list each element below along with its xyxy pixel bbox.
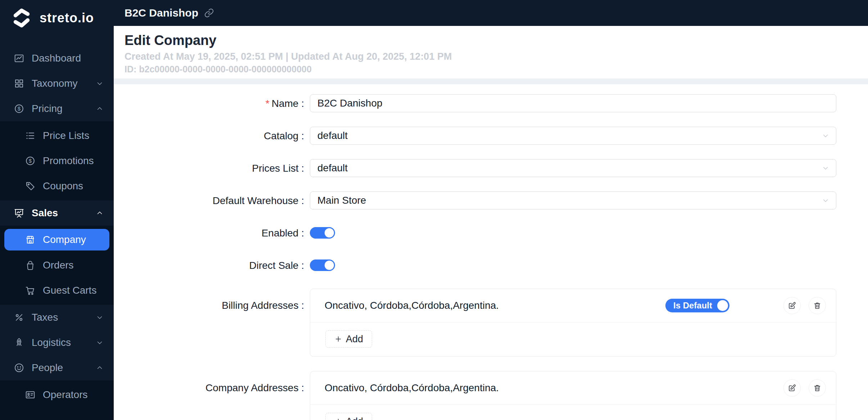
- company-address-row: Oncativo, Córdoba,Córdoba,Argentina.: [310, 371, 836, 405]
- form-row-billing-addresses: Billing Addresses : Oncativo, Córdoba,Có…: [114, 289, 868, 357]
- sidebar-item-promotions[interactable]: $ Promotions: [0, 148, 114, 173]
- chevron-down-icon: [822, 197, 829, 204]
- switch-knob: [325, 228, 334, 238]
- chevron-down-icon: [96, 313, 104, 321]
- add-billing-address-button[interactable]: Add: [325, 330, 372, 348]
- trash-icon: [813, 301, 822, 310]
- plus-icon: [334, 335, 342, 343]
- price-lists-icon: [24, 130, 36, 141]
- svg-text:$: $: [18, 105, 21, 112]
- logo[interactable]: streto.io: [0, 0, 114, 36]
- direct-sale-switch[interactable]: [310, 259, 335, 271]
- pricing-icon: $: [13, 103, 25, 114]
- sidebar-item-guest-carts[interactable]: Guest Carts: [0, 278, 114, 303]
- switch-knob: [717, 300, 728, 311]
- sidebar-item-label: Taxonomy: [32, 78, 78, 89]
- sidebar-item-orders[interactable]: Orders: [0, 253, 114, 278]
- guest-carts-icon: [24, 285, 36, 296]
- sidebar-item-price-lists[interactable]: Price Lists: [0, 123, 114, 148]
- form-row-direct-sale: Direct Sale :: [114, 256, 868, 274]
- default-warehouse-select-value: Main Store: [317, 195, 366, 206]
- chevron-down-icon: [822, 132, 829, 140]
- edit-company-form: *Name : Catalog : default: [114, 84, 868, 420]
- sidebar-item-label: Price Lists: [43, 130, 89, 141]
- sidebar-item-label: Company: [43, 234, 86, 245]
- sidebar-item-label: Guest Carts: [43, 285, 96, 296]
- sidebar: streto.io Dashboard Taxonomy: [0, 0, 114, 420]
- required-mark: *: [266, 98, 270, 109]
- dashboard-icon: [13, 53, 25, 64]
- sidebar-item-operators[interactable]: Operators: [0, 382, 114, 407]
- sidebar-item-company[interactable]: Company: [4, 229, 109, 250]
- sidebar-item-label: Pricing: [32, 103, 63, 114]
- record-id: ID: b2c00000-0000-0000-0000-000000000000: [125, 64, 857, 74]
- svg-text:$: $: [29, 158, 32, 164]
- prices-list-select-value: default: [317, 162, 348, 174]
- people-icon: [13, 362, 25, 374]
- orders-icon: [24, 259, 36, 271]
- sidebar-item-dashboard[interactable]: Dashboard: [0, 46, 114, 71]
- page-header: Edit Company Created At May 19, 2025, 02…: [114, 26, 868, 78]
- edit-icon: [788, 301, 796, 310]
- page-breadcrumb-title: B2C Danishop: [125, 7, 198, 19]
- enabled-switch[interactable]: [310, 227, 335, 239]
- sidebar-item-pricing[interactable]: $ Pricing: [0, 96, 114, 121]
- is-default-label: Is Default: [673, 301, 712, 311]
- coupons-icon: [24, 180, 36, 192]
- edit-address-button[interactable]: [783, 379, 801, 397]
- sidebar-item-sales[interactable]: Sales: [0, 200, 114, 226]
- is-default-toggle[interactable]: Is Default: [665, 299, 729, 312]
- add-company-address-button[interactable]: Add: [325, 413, 372, 420]
- sidebar-item-coupons[interactable]: Coupons: [0, 173, 114, 199]
- form-row-default-warehouse: Default Warehouse : Main Store: [114, 191, 868, 209]
- sidebar-item-logistics[interactable]: Logistics: [0, 330, 114, 355]
- chevron-up-icon: [96, 209, 104, 217]
- header-divider: [114, 78, 868, 84]
- sidebar-item-label: Sales: [32, 207, 58, 219]
- sidebar-item-label: People: [32, 362, 63, 374]
- prices-list-select[interactable]: default: [310, 159, 836, 177]
- switch-knob: [325, 261, 334, 270]
- sidebar-item-people[interactable]: People: [0, 355, 114, 380]
- delete-address-button[interactable]: [809, 297, 826, 314]
- name-label: *Name :: [114, 98, 304, 109]
- operators-icon: [24, 389, 36, 401]
- delete-address-button[interactable]: [809, 379, 826, 397]
- sidebar-item-taxonomy[interactable]: Taxonomy: [0, 71, 114, 96]
- plus-icon: [334, 417, 342, 420]
- sidebar-item-label: Coupons: [43, 180, 83, 192]
- logo-text: streto.io: [40, 10, 94, 26]
- edit-address-button[interactable]: [783, 297, 801, 314]
- sidebar-item-label: Taxes: [32, 312, 58, 323]
- sidebar-item-taxes[interactable]: Taxes: [0, 305, 114, 330]
- promotions-icon: $: [24, 155, 36, 167]
- form-row-catalog: Catalog : default: [114, 127, 868, 145]
- billing-address-row: Oncativo, Córdoba,Córdoba,Argentina. Is …: [310, 289, 836, 322]
- sidebar-item-label: Logistics: [32, 337, 71, 348]
- main-area: B2C Danishop Edit Company Created At May…: [114, 0, 868, 420]
- topbar: B2C Danishop: [114, 0, 868, 26]
- created-updated-meta: Created At May 19, 2025, 02:51 PM | Upda…: [125, 51, 857, 62]
- default-warehouse-select[interactable]: Main Store: [310, 191, 836, 209]
- taxes-icon: [13, 312, 25, 323]
- company-icon: [24, 234, 36, 245]
- sidebar-item-label: Promotions: [43, 155, 94, 167]
- streto-logo-icon: [10, 6, 33, 30]
- page-title: Edit Company: [125, 32, 857, 48]
- chevron-up-icon: [96, 105, 104, 113]
- app-root: streto.io Dashboard Taxonomy: [0, 0, 868, 420]
- link-icon[interactable]: [204, 8, 214, 18]
- company-address-actions: [783, 379, 826, 397]
- sales-icon: [13, 207, 25, 219]
- company-address-text: Oncativo, Córdoba,Córdoba,Argentina.: [325, 382, 499, 394]
- taxonomy-icon: [13, 78, 25, 89]
- billing-addresses-label: Billing Addresses :: [114, 289, 304, 311]
- direct-sale-label: Direct Sale :: [114, 259, 304, 271]
- logistics-icon: [13, 337, 25, 348]
- sidebar-nav: Dashboard Taxonomy $ Pricing: [0, 46, 114, 420]
- chevron-up-icon: [96, 364, 104, 372]
- catalog-select[interactable]: default: [310, 127, 836, 145]
- form-row-enabled: Enabled :: [114, 224, 868, 242]
- name-input[interactable]: [310, 94, 836, 112]
- billing-address-text: Oncativo, Córdoba,Córdoba,Argentina.: [325, 300, 499, 311]
